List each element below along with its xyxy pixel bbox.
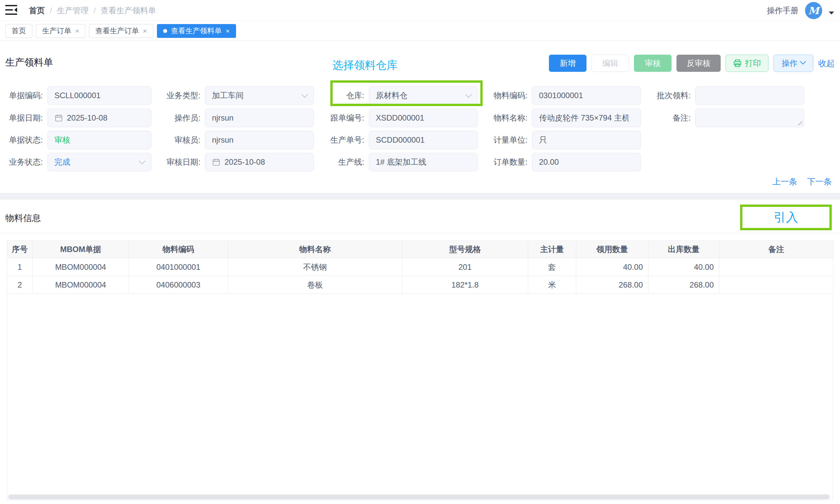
breadcrumb-item[interactable]: 首页 bbox=[29, 5, 45, 16]
table-cell: 40.00 bbox=[648, 258, 719, 276]
field-input[interactable]: 审核 bbox=[48, 131, 151, 149]
table-cell: 米 bbox=[528, 276, 576, 294]
field-label: 生产线: bbox=[325, 157, 364, 167]
field-value: 审核 bbox=[54, 135, 70, 145]
avatar[interactable]: M bbox=[805, 2, 822, 19]
table-cell: 40.00 bbox=[576, 258, 648, 276]
field-label: 审核日期: bbox=[161, 157, 200, 167]
field-label: 物料名称: bbox=[488, 113, 527, 123]
calendar-icon bbox=[54, 114, 63, 122]
annotation-select-warehouse: 选择领料仓库 bbox=[332, 58, 398, 73]
field-input[interactable]: 2025-10-08 bbox=[48, 109, 151, 127]
table-cell: 0401000001 bbox=[129, 258, 228, 276]
unaudit-button[interactable]: 反审核 bbox=[677, 55, 721, 72]
tab[interactable]: 首页 bbox=[5, 24, 32, 38]
caret-down-icon[interactable] bbox=[829, 12, 834, 15]
field-input[interactable]: 加工车间 bbox=[205, 86, 314, 105]
annotation-import-highlight: 引入 bbox=[740, 204, 832, 230]
form-field: 审核员: njrsun bbox=[161, 131, 314, 149]
field-value: 2025-10-08 bbox=[67, 113, 107, 123]
table-cell: MBOM000004 bbox=[33, 258, 129, 276]
next-record-link[interactable]: 下一条 bbox=[807, 176, 832, 187]
field-label: 审核员: bbox=[161, 135, 200, 145]
avatar-letter: M bbox=[808, 5, 819, 16]
form-field: 计量单位: 只 bbox=[488, 131, 641, 149]
form-field: 备注: bbox=[651, 109, 804, 127]
menu-fold-icon[interactable] bbox=[5, 5, 18, 16]
actions-dropdown-button[interactable]: 操作 bbox=[773, 55, 813, 72]
breadcrumb-item[interactable]: 生产管理 bbox=[57, 5, 89, 16]
field-input[interactable]: 20.00 bbox=[532, 153, 641, 171]
audit-button[interactable]: 审核 bbox=[634, 55, 671, 72]
field-input[interactable]: 0301000001 bbox=[532, 86, 641, 105]
record-pager: 上一条 下一条 bbox=[772, 176, 832, 187]
tab[interactable]: 查看生产领料单 × bbox=[157, 24, 236, 38]
field-label: 业务类型: bbox=[161, 90, 200, 101]
breadcrumb-separator: / bbox=[50, 6, 52, 15]
form-row: 单据编码: SCLL000001 业务类型: 加工车间 仓库: bbox=[0, 86, 840, 105]
field-input[interactable]: SCDD000001 bbox=[369, 131, 478, 149]
breadcrumb-item[interactable]: 查看生产领料单 bbox=[101, 5, 156, 16]
prev-record-link[interactable]: 上一条 bbox=[772, 176, 797, 187]
tab-close-icon[interactable]: × bbox=[75, 27, 79, 35]
tab-bar: 首页 生产订单 × 查看生产订单 × 查看生产领料单 × bbox=[0, 21, 840, 40]
tab-label: 查看生产订单 bbox=[95, 26, 139, 36]
form-field: 审核日期: 2025-10-08 bbox=[161, 153, 314, 171]
field-value: SCLL000001 bbox=[54, 91, 101, 100]
tab[interactable]: 生产订单 × bbox=[36, 24, 85, 38]
tab[interactable]: 查看生产订单 × bbox=[89, 24, 153, 38]
table-row[interactable]: 2MBOM0000040406000003卷板182*1.8米268.00268… bbox=[7, 276, 834, 294]
import-button[interactable]: 引入 bbox=[774, 209, 798, 226]
field-input[interactable]: 2025-10-08 bbox=[205, 153, 314, 171]
form-field: 单据日期: 2025-10-08 bbox=[3, 109, 151, 127]
collapse-link[interactable]: 收起 bbox=[818, 58, 835, 69]
field-label: 订单数量: bbox=[488, 157, 527, 167]
field-input[interactable]: 1# 底架加工线 bbox=[369, 153, 478, 171]
table-cell: 2 bbox=[7, 276, 33, 294]
field-input[interactable]: 完成 bbox=[48, 153, 151, 171]
field-input[interactable]: njrsun bbox=[205, 131, 314, 149]
toolbar: 新增 编辑 审核 反审核 打印 操作 收起 bbox=[549, 55, 835, 72]
field-input[interactable] bbox=[695, 86, 804, 105]
field-input[interactable]: 传动皮轮件 735×794 主机孔54 bbox=[532, 109, 641, 127]
resize-handle-icon[interactable] bbox=[797, 120, 802, 125]
table-cell: 182*1.8 bbox=[402, 276, 528, 294]
field-value: 0301000001 bbox=[539, 91, 583, 100]
field-input[interactable]: njrsun bbox=[205, 109, 314, 127]
column-header: MBOM单据 bbox=[33, 241, 129, 258]
form-field: 单据状态: 审核 bbox=[3, 131, 151, 149]
tab-close-icon[interactable]: × bbox=[143, 27, 147, 35]
field-label: 生产单号: bbox=[325, 135, 364, 145]
add-button[interactable]: 新增 bbox=[549, 55, 587, 72]
form-field: 单据编码: SCLL000001 bbox=[3, 86, 151, 105]
field-input[interactable]: XSDD000001 bbox=[369, 109, 478, 127]
form-field: 跟单编号: XSDD000001 bbox=[325, 109, 478, 127]
field-input[interactable] bbox=[695, 109, 804, 127]
table-row[interactable]: 1MBOM0000040401000001不锈钢201套40.0040.00 bbox=[7, 258, 834, 276]
field-input[interactable]: 原材料仓 bbox=[369, 86, 478, 105]
table-body: 1MBOM0000040401000001不锈钢201套40.0040.002M… bbox=[7, 258, 834, 294]
field-value: 2025-10-08 bbox=[225, 158, 265, 167]
field-label: 计量单位: bbox=[488, 135, 527, 145]
chevron-down-icon bbox=[301, 91, 308, 98]
manual-link[interactable]: 操作手册 bbox=[767, 5, 799, 16]
tab-label: 生产订单 bbox=[42, 26, 71, 36]
table-cell: 不锈钢 bbox=[228, 258, 402, 276]
form-field: 业务类型: 加工车间 bbox=[161, 86, 314, 105]
field-value: 完成 bbox=[54, 157, 70, 167]
table-cell: MBOM000004 bbox=[33, 276, 129, 294]
table-cell: 套 bbox=[528, 258, 576, 276]
horizontal-scrollbar[interactable] bbox=[8, 494, 830, 499]
breadcrumb: 首页/生产管理/查看生产领料单 bbox=[29, 0, 156, 21]
field-input[interactable]: 只 bbox=[532, 131, 641, 149]
table-cell bbox=[719, 276, 834, 294]
field-input[interactable]: SCLL000001 bbox=[48, 86, 151, 105]
materials-table: 序号MBOM单据物料编码物料名称型号规格主计量领用数量出库数量备注 1MBOM0… bbox=[7, 240, 834, 294]
calendar-icon bbox=[212, 158, 221, 166]
form-field: 生产单号: SCDD000001 bbox=[325, 131, 478, 149]
printer-icon bbox=[733, 59, 742, 68]
edit-button[interactable]: 编辑 bbox=[591, 55, 629, 72]
print-button[interactable]: 打印 bbox=[725, 55, 768, 72]
tab-close-icon[interactable]: × bbox=[226, 27, 230, 35]
chevron-down-icon bbox=[465, 91, 472, 98]
